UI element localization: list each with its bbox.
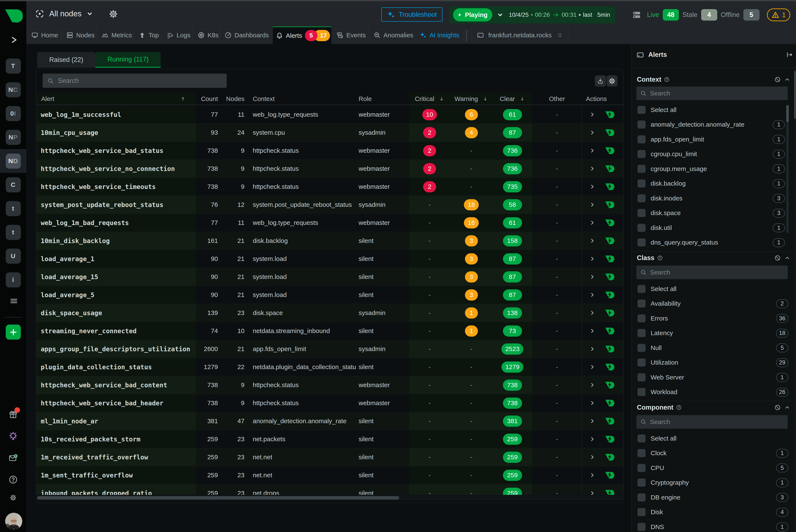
netdata-mark-icon[interactable] [605,273,614,281]
space-button-U[interactable]: U [6,249,21,264]
checkbox[interactable] [637,359,646,366]
column-header-context[interactable]: Context [247,93,359,104]
alert-name-cell[interactable]: web_log_1m_bad_requests [36,214,196,232]
space-button-NC[interactable]: NC [6,82,21,97]
clear-cell-badge[interactable]: 736 [503,163,522,174]
help-icon[interactable] [657,255,663,261]
collapse-section-icon[interactable] [784,255,791,261]
warning-cell-badge[interactable]: 3 [465,271,478,283]
panel-scroll-thumb[interactable] [794,71,796,119]
add-space-button[interactable] [6,325,21,340]
checkbox[interactable] [637,239,646,246]
column-header-count[interactable]: Count [196,93,221,104]
spaces-menu-button[interactable] [9,297,19,305]
expand-row-icon[interactable] [589,166,595,172]
netdata-mark-icon[interactable] [605,291,614,299]
nav-tab-alerts[interactable]: Alerts517 [273,26,332,44]
help-button[interactable] [8,475,18,485]
expand-row-icon[interactable] [589,454,595,460]
alert-name-cell[interactable]: inbound_packets_dropped_ratio [36,484,196,495]
playing-pill[interactable]: Playing [453,8,492,21]
checkbox[interactable] [637,493,646,501]
alert-name-cell[interactable]: httpcheck_web_service_bad_status [36,142,196,159]
sort-desc-icon[interactable] [439,96,444,101]
clear-cell-badge[interactable]: 87 [503,253,522,265]
nav-tab-dashboards[interactable]: Dashboards [220,26,273,44]
clear-cell-badge[interactable]: 735 [503,181,522,192]
column-header-nodes[interactable]: Nodes [221,93,247,104]
column-header-clear[interactable]: Clear [493,93,532,104]
alert-name-cell[interactable]: load_average_15 [36,268,196,286]
expand-row-icon[interactable] [589,112,595,117]
clear-cell-badge[interactable]: 381 [503,416,522,427]
warning-cell-badge[interactable]: 1 [465,325,478,337]
checkbox[interactable] [637,179,646,188]
rail-settings-button[interactable] [8,493,18,503]
news-gift-button[interactable] [8,410,18,420]
checkbox[interactable] [637,373,646,381]
download-button[interactable] [595,75,606,87]
checkbox[interactable] [637,508,646,516]
alert-name-cell[interactable]: httpcheck_web_service_timeouts [36,178,196,195]
hscroll-thumb[interactable] [37,496,399,499]
collapse-section-icon[interactable] [784,76,791,83]
alert-name-cell[interactable]: web_log_1m_successful [36,106,196,124]
netdata-mark-icon[interactable] [605,327,614,335]
clear-cell-badge[interactable]: 738 [503,398,522,409]
nav-tab-metrics[interactable]: Metrics [96,26,134,44]
clear-cell-badge[interactable]: 87 [503,271,522,283]
sort-desc-icon[interactable] [483,96,488,101]
time-range-picker[interactable]: Playing 10/4/25•00:2600:31•last5min [449,6,615,23]
checkbox[interactable] [637,449,646,457]
column-header-alert[interactable]: Alert [36,93,196,104]
warning-cell-badge[interactable]: 3 [465,235,478,246]
netdata-mark-icon[interactable] [605,201,614,208]
expand-row-icon[interactable] [589,292,595,298]
checkbox[interactable] [637,464,646,472]
table-settings-button[interactable] [607,75,617,87]
checkbox[interactable] [637,165,646,173]
checkbox[interactable] [637,194,646,202]
room-selector[interactable]: All nodes [35,10,93,18]
column-header-actions[interactable]: Actions [582,93,623,104]
checkbox[interactable] [637,285,646,293]
table-search-input[interactable] [58,77,222,84]
clear-filter-icon[interactable] [774,404,781,411]
checkbox[interactable] [637,106,646,114]
netdata-mark-icon[interactable] [605,400,614,407]
nav-tab-node[interactable]: frankfurt.netdata.rocks [472,26,568,44]
clear-cell-badge[interactable]: 1279 [501,361,523,373]
expand-row-icon[interactable] [589,364,595,370]
checkbox[interactable] [637,300,646,308]
space-button-t[interactable]: t [6,225,21,240]
section-search-input[interactable] [650,418,784,425]
critical-cell-badge[interactable]: 2 [423,145,436,156]
netdata-mark-icon[interactable] [605,490,614,495]
critical-cell-badge[interactable]: 2 [423,181,436,192]
clear-cell-badge[interactable]: 158 [503,235,522,246]
alert-name-cell[interactable]: 10s_received_packets_storm [36,430,196,448]
netdata-mark-icon[interactable] [605,111,614,118]
checkbox[interactable] [637,150,646,158]
netdata-mark-icon[interactable] [605,309,614,317]
nav-tab-ai-insights[interactable]: AI Insights [415,26,464,44]
netdata-mark-icon[interactable] [605,382,614,388]
clear-cell-badge[interactable]: 61 [503,109,522,120]
warning-cell-badge[interactable]: 1 [465,307,478,319]
clear-cell-badge[interactable]: 73 [503,325,522,337]
alert-name-cell[interactable]: httpcheck_web_service_no_connection [36,160,196,177]
column-header-role[interactable]: Role [359,93,409,104]
clear-cell-badge[interactable]: 61 [503,217,522,228]
space-button-i[interactable]: i [6,272,21,287]
netdata-mark-icon[interactable] [605,165,614,172]
critical-cell-badge[interactable]: 2 [423,127,436,138]
clear-filter-icon[interactable] [774,255,781,261]
clear-cell-badge[interactable]: 138 [503,307,522,319]
sort-desc-icon[interactable] [519,96,525,101]
checkbox[interactable] [637,434,646,442]
checkbox[interactable] [637,209,646,217]
expand-row-icon[interactable] [589,274,595,280]
nav-tab-k8s[interactable]: K8s [193,26,220,44]
nav-tab-events[interactable]: Events [332,26,369,44]
warning-cell-badge[interactable]: 6 [465,109,478,120]
